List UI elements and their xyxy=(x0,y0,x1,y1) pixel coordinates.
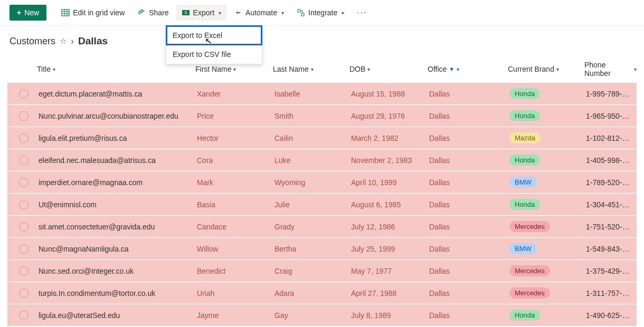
cell-title[interactable]: ligula.eu@uteratSed.edu xyxy=(39,311,197,320)
star-icon[interactable]: ☆ xyxy=(60,36,67,46)
chevron-down-icon: ▾ xyxy=(281,10,284,16)
table-row[interactable]: Ut@enimnisl.comBasiaJulieAugust 6, 1985D… xyxy=(9,194,637,216)
share-button[interactable]: Share xyxy=(132,5,174,21)
automate-button[interactable]: Automate ▾ xyxy=(229,5,289,21)
plus-icon: + xyxy=(17,8,21,17)
table-row[interactable]: Nunc.sed.orci@Integer.co.ukBenedictCraig… xyxy=(9,260,637,282)
table-body: eget.dictum.placerat@mattis.caXanderIsab… xyxy=(7,83,637,326)
row-select-circle[interactable] xyxy=(19,178,29,187)
row-select-circle[interactable] xyxy=(19,133,29,143)
export-button[interactable]: X Export ▾ xyxy=(176,5,226,21)
breadcrumb-root[interactable]: Customers xyxy=(10,36,55,47)
column-current-brand[interactable]: Current Brand▾ xyxy=(508,65,559,73)
cell-office: Dallas xyxy=(429,267,509,275)
cell-office: Dallas xyxy=(429,178,509,187)
column-phone[interactable]: Phone Number▾ xyxy=(584,61,637,78)
cell-title[interactable]: sit.amet.consectetuer@gravida.edu xyxy=(39,223,197,231)
cell-title[interactable]: imperdiet.ornare@magnaa.com xyxy=(39,178,197,187)
column-title[interactable]: Title▾ xyxy=(37,65,55,73)
cell-title[interactable]: Nunc.pulvinar.arcu@conubianostraper.edu xyxy=(39,112,197,120)
cell-brand: Mazda xyxy=(509,132,586,143)
row-select-circle[interactable] xyxy=(19,311,29,320)
cell-first-name: Jayme xyxy=(197,311,274,320)
new-button[interactable]: + New xyxy=(10,5,46,21)
cell-dob: August 29, 1976 xyxy=(351,112,429,120)
cell-dob: August 6, 1985 xyxy=(351,200,429,209)
cell-first-name: Basia xyxy=(197,200,274,209)
table-row[interactable]: ligula.eu@uteratSed.eduJaymeGayJuly 8, 1… xyxy=(9,304,637,326)
cell-last-name: Cailin xyxy=(274,134,351,142)
cell-title[interactable]: Nunc@magnaNamligula.ca xyxy=(39,245,197,253)
cell-office: Dallas xyxy=(429,200,509,209)
cell-phone: 1-789-520-1789 xyxy=(586,178,637,187)
cell-phone: 1-549-843-4717 xyxy=(586,245,637,253)
table-row[interactable]: Nunc@magnaNamligula.caWillowBerthaJuly 2… xyxy=(9,238,637,260)
brand-badge: Honda xyxy=(509,199,540,210)
filter-icon: ▼ xyxy=(449,66,454,72)
cell-title[interactable]: Nunc.sed.orci@Integer.co.uk xyxy=(39,267,197,275)
cell-brand: Honda xyxy=(509,155,586,166)
breadcrumb-leaf: Dallas xyxy=(78,35,108,47)
cell-dob: April 27, 1988 xyxy=(351,289,429,297)
row-select-circle[interactable] xyxy=(19,200,29,209)
table-header: Title▾ First Name▾ Last Name▾ DOB▾ Offic… xyxy=(7,53,637,83)
cell-dob: August 15, 1988 xyxy=(351,90,429,98)
integrate-button[interactable]: Integrate ▾ xyxy=(291,5,349,21)
export-to-excel-item[interactable]: Export to Excel xyxy=(166,26,262,45)
cell-phone: 1-490-625-1654 xyxy=(586,311,637,320)
cell-brand: Mercedes xyxy=(509,221,586,232)
table-row[interactable]: eleifend.nec.malesuada@atrisus.caCoraLuk… xyxy=(9,149,637,171)
column-office[interactable]: Office▼▾ xyxy=(428,65,459,73)
table-row[interactable]: ligula.elit.pretium@risus.caHectorCailin… xyxy=(9,127,637,149)
chevron-down-icon: ▾ xyxy=(219,10,221,16)
cell-title[interactable]: Ut@enimnisl.com xyxy=(39,200,197,209)
table-row[interactable]: Nunc.pulvinar.arcu@conubianostraper.eduP… xyxy=(9,105,637,127)
cell-office: Dallas xyxy=(429,245,509,253)
cell-brand: Honda xyxy=(509,310,586,321)
column-dob[interactable]: DOB▾ xyxy=(349,65,370,73)
chevron-down-icon: ▾ xyxy=(556,66,559,72)
cell-brand: Honda xyxy=(509,199,586,210)
cell-phone: 1-995-789-5956 xyxy=(586,90,637,98)
row-select-circle[interactable] xyxy=(19,89,29,99)
brand-badge: BMW xyxy=(509,243,537,254)
chevron-down-icon: ▾ xyxy=(342,10,344,16)
cell-title[interactable]: eleifend.nec.malesuada@atrisus.ca xyxy=(39,156,197,165)
cell-title[interactable]: ligula.elit.pretium@risus.ca xyxy=(39,134,197,142)
more-actions-button[interactable]: ··· xyxy=(352,4,372,21)
edit-grid-label: Edit in grid view xyxy=(73,8,125,17)
automate-label: Automate xyxy=(245,8,277,17)
table-row[interactable]: eget.dictum.placerat@mattis.caXanderIsab… xyxy=(9,83,637,105)
cell-first-name: Cora xyxy=(197,156,274,165)
brand-badge: Mazda xyxy=(509,132,541,143)
table-row[interactable]: imperdiet.ornare@magnaa.comMarkWyomingAp… xyxy=(9,171,637,194)
column-first-name[interactable]: First Name▾ xyxy=(195,65,236,73)
table-row[interactable]: turpis.In.condimentum@tortor.co.ukUriahA… xyxy=(9,282,637,304)
row-select-circle[interactable] xyxy=(19,244,29,254)
chevron-down-icon: ▾ xyxy=(53,66,55,72)
row-select-circle[interactable] xyxy=(19,156,29,165)
cell-first-name: Candace xyxy=(197,223,274,231)
row-select-circle[interactable] xyxy=(19,288,29,298)
cell-dob: May 7, 1977 xyxy=(351,267,429,275)
cell-title[interactable]: eget.dictum.placerat@mattis.ca xyxy=(39,90,197,98)
row-select-circle[interactable] xyxy=(19,266,29,276)
export-label: Export xyxy=(193,8,214,17)
cell-dob: November 2, 1983 xyxy=(351,156,429,165)
row-select-circle[interactable] xyxy=(19,111,29,121)
cell-title[interactable]: turpis.In.condimentum@tortor.co.uk xyxy=(39,289,197,297)
cell-office: Dallas xyxy=(429,156,509,165)
excel-icon: X xyxy=(182,8,190,17)
export-to-csv-item[interactable]: Export to CSV file xyxy=(166,45,262,64)
edit-grid-button[interactable]: Edit in grid view xyxy=(56,5,130,21)
cell-last-name: Adara xyxy=(274,289,351,297)
svg-rect-7 xyxy=(298,9,300,12)
cell-first-name: Uriah xyxy=(197,289,274,297)
row-select-circle[interactable] xyxy=(19,222,29,232)
column-last-name[interactable]: Last Name▾ xyxy=(273,65,314,73)
breadcrumb-separator: › xyxy=(71,36,74,47)
cell-last-name: Luke xyxy=(274,156,351,165)
cell-dob: July 25, 1999 xyxy=(351,245,429,253)
chevron-down-icon: ▾ xyxy=(233,66,236,72)
table-row[interactable]: sit.amet.consectetuer@gravida.eduCandace… xyxy=(9,216,637,238)
